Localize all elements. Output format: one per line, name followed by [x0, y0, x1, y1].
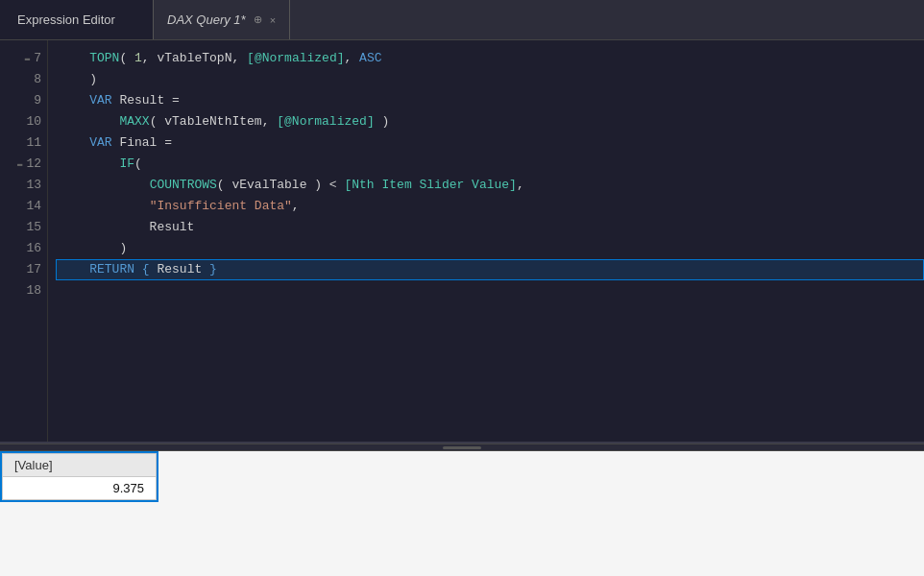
token-plain: [60, 196, 150, 217]
close-icon[interactable]: ×: [270, 14, 276, 26]
token-plain: [134, 259, 142, 280]
token-plain: Result =: [112, 90, 180, 111]
line-numbers: ▬7891011▬12131415161718: [0, 40, 48, 442]
code-line-11: VAR Final =: [56, 132, 924, 154]
token-measure: [@Normalized]: [277, 111, 374, 132]
token-measure: [@Normalized]: [247, 48, 344, 69]
line-num-text-14: 14: [26, 196, 41, 217]
token-bracket: {: [142, 259, 150, 280]
token-plain: [60, 154, 119, 175]
line-number-18: 18: [4, 280, 41, 301]
token-plain: Result: [60, 217, 194, 238]
line-number-9: 9: [4, 90, 41, 111]
line-number-14: 14: [4, 196, 41, 217]
token-plain: ): [60, 69, 97, 90]
token-measure: [Nth Item Slider Value]: [344, 175, 516, 196]
result-cell: 9.375: [3, 477, 157, 500]
code-line-16: ): [56, 238, 924, 259]
line-num-text-15: 15: [26, 217, 41, 238]
results-table-wrapper: [Value]9.375: [0, 451, 158, 502]
code-line-12: IF(: [56, 154, 924, 175]
line-num-text-16: 16: [26, 238, 41, 259]
code-line-8: ): [56, 69, 924, 90]
tab-dax-label: DAX Query 1*: [167, 12, 246, 27]
token-plain: (: [134, 154, 142, 175]
line-number-12: ▬12: [4, 154, 41, 175]
line-num-text-12: 12: [26, 154, 41, 175]
token-plain: ( vEvalTable ) <: [217, 175, 345, 196]
tab-expression-label: Expression Editor: [17, 12, 115, 27]
code-line-7: TOPN( 1, vTableTopN, [@Normalized], ASC: [56, 48, 924, 69]
code-line-14: "Insufficient Data",: [56, 196, 924, 217]
line-number-15: 15: [4, 217, 41, 238]
token-fn: IF: [119, 154, 134, 175]
token-plain: ): [60, 238, 127, 259]
token-plain: (: [119, 48, 134, 69]
token-plain: ( vTableNthItem,: [150, 111, 278, 132]
token-plain: [60, 48, 89, 69]
line-num-text-13: 13: [26, 175, 41, 196]
token-plain: Result: [150, 259, 209, 280]
code-line-17: RETURN { Result }: [56, 259, 924, 280]
line-num-text-9: 9: [34, 90, 41, 111]
line-number-7: ▬7: [4, 48, 41, 69]
results-area: [Value]9.375: [0, 451, 924, 576]
pin-icon[interactable]: ⊕: [254, 13, 262, 26]
token-bracket: }: [209, 259, 217, 280]
token-plain: [60, 259, 89, 280]
code-line-18: [56, 280, 924, 301]
line-num-text-10: 10: [26, 111, 41, 132]
line-number-17: 17: [4, 259, 41, 280]
token-plain: [60, 111, 119, 132]
token-fn: MAXX: [119, 111, 149, 132]
collapse-btn-12[interactable]: ▬: [17, 154, 22, 175]
code-line-13: COUNTROWS( vEvalTable ) < [Nth Item Slid…: [56, 175, 924, 196]
line-num-text-11: 11: [26, 132, 41, 154]
results-table: [Value]9.375: [2, 453, 157, 500]
token-plain: , vTableTopN,: [142, 48, 247, 69]
code-line-15: Result: [56, 217, 924, 238]
line-num-text-18: 18: [26, 280, 41, 301]
line-number-11: 11: [4, 132, 41, 154]
tab-expression-editor[interactable]: Expression Editor: [0, 0, 154, 39]
editor-area: ▬7891011▬12131415161718 TOPN( 1, vTableT…: [0, 40, 924, 444]
splitter[interactable]: [0, 444, 924, 451]
token-fn: TOPN: [89, 48, 119, 69]
token-plain: [60, 175, 150, 196]
line-number-13: 13: [4, 175, 41, 196]
result-row: 9.375: [3, 477, 157, 500]
line-number-10: 10: [4, 111, 41, 132]
result-header: [Value]: [3, 454, 157, 477]
tab-bar: Expression Editor DAX Query 1* ⊕ ×: [0, 0, 924, 40]
splitter-handle: [443, 446, 481, 449]
token-kw: RETURN: [89, 259, 134, 280]
token-num: 1: [134, 48, 142, 69]
token-kw: VAR: [60, 132, 112, 154]
token-plain: ,: [345, 48, 360, 69]
tab-dax-query[interactable]: DAX Query 1* ⊕ ×: [154, 0, 290, 39]
line-num-text-8: 8: [34, 69, 41, 90]
line-number-16: 16: [4, 238, 41, 259]
code-line-10: MAXX( vTableNthItem, [@Normalized] ): [56, 111, 924, 132]
line-num-text-17: 17: [26, 259, 41, 280]
token-kw: ASC: [359, 48, 381, 69]
token-plain: ,: [292, 196, 300, 217]
line-num-text-7: 7: [34, 48, 41, 69]
token-fn: COUNTROWS: [150, 175, 217, 196]
token-kw: VAR: [60, 90, 112, 111]
code-line-9: VAR Result =: [56, 90, 924, 111]
code-content[interactable]: TOPN( 1, vTableTopN, [@Normalized], ASC …: [48, 40, 924, 442]
token-plain: Final =: [112, 132, 172, 154]
token-plain: ): [375, 111, 390, 132]
line-number-8: 8: [4, 69, 41, 90]
token-plain: ,: [517, 175, 524, 196]
token-str: "Insufficient Data": [150, 196, 292, 217]
collapse-btn-7[interactable]: ▬: [25, 48, 30, 69]
